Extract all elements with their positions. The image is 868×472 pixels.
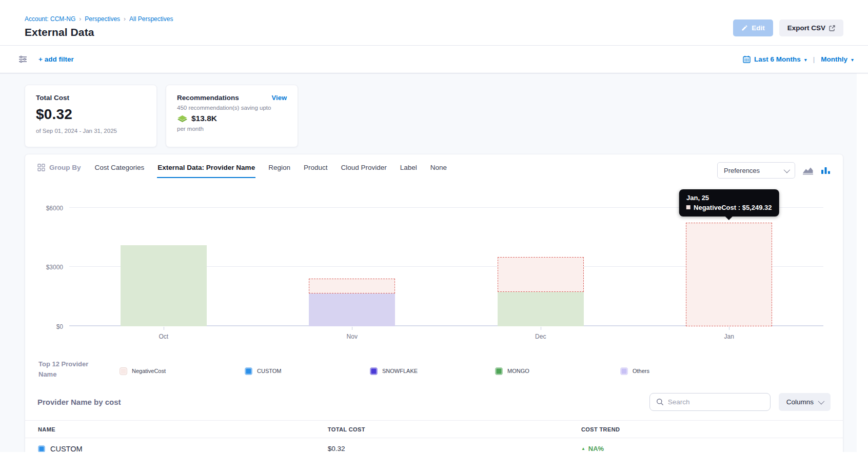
area-chart-icon[interactable] <box>802 166 814 175</box>
legend-label: NegativeCost <box>132 368 166 374</box>
bar-segment-negativecost[interactable] <box>309 279 395 293</box>
view-recommendations-link[interactable]: View <box>272 94 287 102</box>
chart-slot-dec: Dec <box>446 188 635 326</box>
legend-item-mongo[interactable]: MONGO <box>495 362 620 380</box>
legend-title: Top 12 Provider Name <box>38 359 104 380</box>
chevron-down-icon <box>818 398 825 405</box>
legend-item-snowflake[interactable]: SNOWFLAKE <box>370 362 495 380</box>
preferences-dropdown[interactable]: Preferences <box>717 162 795 179</box>
bar-segment-mongo[interactable] <box>121 245 207 326</box>
bar-segment-mongo[interactable] <box>498 292 584 327</box>
add-filter-button[interactable]: + add filter <box>38 55 74 63</box>
granularity-selector[interactable]: Monthly ▾ <box>821 55 854 63</box>
legend-label: CUSTOM <box>257 368 281 374</box>
recommendations-line2: per month <box>177 126 287 132</box>
y-axis-label: $6000 <box>37 205 63 212</box>
bar-nov[interactable] <box>309 279 395 326</box>
x-axis-tick <box>164 327 164 330</box>
table-row-custom[interactable]: CUSTOM$0.32▲NA% <box>25 438 843 452</box>
separator: | <box>813 55 815 63</box>
table-title: Provider Name by cost <box>37 398 121 406</box>
tab-label[interactable]: Label <box>400 162 418 178</box>
legend-label: MONGO <box>507 368 529 374</box>
name-cell: CUSTOM <box>25 445 328 452</box>
breadcrumb-item-account-ccm-ng[interactable]: Account: CCM-NG <box>25 15 75 23</box>
chart-slot-nov: Nov <box>258 188 447 326</box>
tooltip-series-marker <box>686 205 691 209</box>
bar-chart-icon[interactable] <box>821 166 831 175</box>
external-link-icon <box>829 25 835 31</box>
group-by-label-wrap: Group By <box>37 162 81 171</box>
breadcrumb-item-perspectives[interactable]: Perspectives <box>85 15 120 23</box>
recommendations-card: Recommendations View 450 recommendation(… <box>166 85 298 147</box>
search-input[interactable] <box>668 398 764 406</box>
export-csv-button[interactable]: Export CSV <box>779 19 843 36</box>
breadcrumb-separator-icon: › <box>79 15 81 23</box>
tab-none[interactable]: None <box>430 162 447 178</box>
search-icon <box>656 398 664 406</box>
edit-button[interactable]: Edit <box>733 19 773 36</box>
columns-button[interactable]: Columns <box>779 393 831 411</box>
trend-value: NA% <box>588 445 604 452</box>
bar-segment-snowflake[interactable] <box>309 293 395 326</box>
chart-slot-oct: Oct <box>69 188 258 326</box>
bar-segment-negativecost[interactable] <box>686 223 772 326</box>
tooltip-title: Jan, 25 <box>686 194 772 202</box>
breadcrumb-separator-icon: › <box>124 15 126 23</box>
savings-amount: $13.8K <box>191 114 217 123</box>
table-header-row: NAMETOTAL COSTCOST TREND <box>25 420 843 438</box>
page-header: Account: CCM-NG›Perspectives›All Perspec… <box>0 0 868 38</box>
x-axis-tick <box>352 327 352 330</box>
bar-jan[interactable] <box>686 223 772 326</box>
provider-name: CUSTOM <box>50 445 83 452</box>
x-axis-label: Oct <box>69 333 258 340</box>
provider-cost-table: NAMETOTAL COSTCOST TREND CUSTOM$0.32▲NA% <box>25 420 843 452</box>
legend-items: NegativeCostCUSTOMSNOWFLAKEMONGOOthers <box>120 359 745 380</box>
x-axis-label: Nov <box>258 333 447 340</box>
tooltip-value: NegativeCost : $5,249.32 <box>694 204 772 211</box>
trend-up-icon: ▲ <box>581 446 585 451</box>
group-by-tabs: Cost CategoriesExternal Data: Provider N… <box>94 162 448 178</box>
chevron-down-icon: ▾ <box>851 57 854 63</box>
bar-oct[interactable] <box>121 245 207 326</box>
filter-settings-icon[interactable] <box>18 55 27 63</box>
money-icon <box>177 114 188 123</box>
tab-external-data-provider-name[interactable]: External Data: Provider Name <box>157 162 255 178</box>
x-axis-label: Dec <box>446 333 635 340</box>
provider-swatch <box>38 445 45 452</box>
chevron-down-icon: ▾ <box>804 57 807 63</box>
chevron-down-icon <box>784 166 791 173</box>
legend-item-others[interactable]: Others <box>620 362 745 380</box>
filter-bar: + add filter Last 6 Months ▾ | Monthly ▾ <box>0 46 868 73</box>
legend-swatch-custom <box>245 367 252 375</box>
grid-icon <box>37 164 45 171</box>
search-box <box>649 393 771 411</box>
column-header-name[interactable]: NAME <box>25 426 328 432</box>
y-axis-label: $0 <box>37 323 63 330</box>
tab-cost-categories[interactable]: Cost Categories <box>94 162 145 178</box>
breadcrumb-item-all-perspectives[interactable]: All Perspectives <box>129 15 173 23</box>
x-axis-label: Jan <box>635 333 824 340</box>
total-cost-card: Total Cost $0.32 of Sep 01, 2024 - Jan 3… <box>25 85 157 147</box>
legend-item-custom[interactable]: CUSTOM <box>245 362 370 380</box>
bar-dec[interactable] <box>498 257 584 326</box>
breadcrumb: Account: CCM-NG›Perspectives›All Perspec… <box>25 15 173 23</box>
legend-swatch-negativecost <box>120 367 127 375</box>
column-header-cost-trend[interactable]: COST TREND <box>581 426 843 432</box>
chart-tooltip: Jan, 25 NegativeCost : $5,249.32 <box>679 189 779 217</box>
legend-swatch-snowflake <box>370 367 378 375</box>
x-axis-tick <box>541 327 541 330</box>
cost-chart: OctNovDecJan Jan, 25 NegativeCost : $5,2… <box>37 188 831 342</box>
column-header-total-cost[interactable]: TOTAL COST <box>328 426 581 432</box>
bar-segment-negativecost[interactable] <box>498 257 584 292</box>
scrollbar-gutter <box>857 73 868 452</box>
total-cost-value: $0.32 <box>36 106 146 123</box>
legend-swatch-others <box>620 367 628 375</box>
tab-region[interactable]: Region <box>268 162 291 178</box>
date-range-selector[interactable]: Last 6 Months ▾ <box>743 55 807 63</box>
cost-trend-cell: ▲NA% <box>581 445 843 452</box>
tab-cloud-provider[interactable]: Cloud Provider <box>340 162 387 178</box>
legend-label: Others <box>633 368 649 374</box>
legend-item-negativecost[interactable]: NegativeCost <box>120 362 245 380</box>
tab-product[interactable]: Product <box>303 162 328 178</box>
